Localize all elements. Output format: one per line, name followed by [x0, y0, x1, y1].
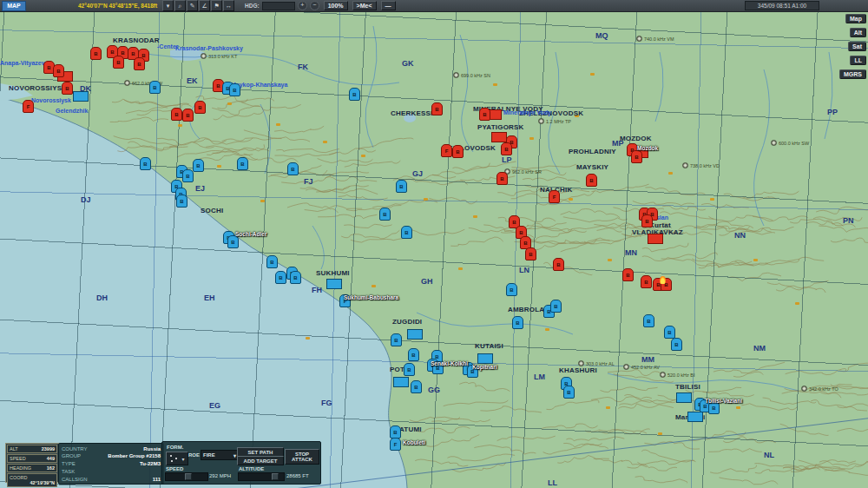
zoom-level-box[interactable]: 100%: [324, 1, 348, 10]
map-mode-button-sat[interactable]: Sat: [848, 42, 866, 51]
red-unit-marker[interactable]: B: [479, 108, 490, 121]
zoom-tool-icon[interactable]: ⌕: [174, 0, 186, 11]
altitude-slider[interactable]: [238, 472, 285, 481]
red-airbase-marker[interactable]: [648, 234, 663, 244]
blue-unit-marker[interactable]: B: [237, 157, 248, 170]
blue-airbase-marker[interactable]: [477, 353, 493, 364]
red-unit-marker[interactable]: F: [441, 144, 452, 157]
blue-unit-marker[interactable]: B: [401, 226, 412, 239]
red-airbase-marker[interactable]: [491, 132, 507, 142]
blue-unit-marker[interactable]: B: [176, 195, 187, 208]
blue-unit-marker[interactable]: B: [390, 425, 401, 439]
blue-airbase-marker[interactable]: [676, 392, 692, 403]
grid-label: NM: [753, 344, 766, 353]
map-markers-layer[interactable]: DKEKFKGKMQPPDJEJFJGJLPMPDHEHFHGHLNMNNNPN…: [0, 0, 868, 488]
red-unit-marker[interactable]: B: [586, 174, 597, 187]
blue-unit-marker[interactable]: B: [275, 271, 286, 284]
pan-tool-icon[interactable]: ↔: [223, 0, 234, 11]
blue-unit-marker[interactable]: B: [506, 283, 517, 296]
formation-dropdown[interactable]: ▾: [166, 452, 188, 465]
blue-unit-marker[interactable]: B: [563, 386, 575, 399]
status-row-coord: COORD42°19'39"N: [7, 473, 57, 487]
blue-unit-marker[interactable]: B: [227, 235, 239, 248]
flag-tool-icon[interactable]: ⚑: [211, 0, 222, 11]
red-unit-marker[interactable]: B: [171, 108, 182, 121]
red-unit-marker[interactable]: B: [641, 275, 652, 288]
red-unit-marker[interactable]: B: [496, 172, 508, 185]
stop-attack-button[interactable]: STOP ATTACK: [285, 449, 319, 465]
unit-tag-label: Sukhumi-Babushara: [344, 294, 398, 300]
detail-row-value: Tu-22M3: [140, 461, 161, 466]
blue-unit-marker[interactable]: B: [349, 88, 360, 101]
zoom-in-button[interactable]: +: [298, 1, 307, 10]
center-on-me-button[interactable]: >Me<: [352, 1, 377, 10]
red-unit-marker[interactable]: B: [182, 109, 194, 122]
heading-field[interactable]: [262, 2, 295, 10]
blue-airbase-marker[interactable]: [687, 412, 703, 422]
blue-airbase-marker[interactable]: [73, 91, 89, 102]
dropdown-icon[interactable]: ▾: [162, 0, 174, 11]
blue-unit-marker[interactable]: B: [379, 208, 391, 221]
blue-unit-marker[interactable]: B: [149, 81, 161, 94]
red-unit-marker[interactable]: B: [431, 102, 443, 115]
map-mode-button-mgrs[interactable]: MGRS: [839, 69, 866, 79]
speed-slider-handle[interactable]: [185, 473, 192, 480]
red-unit-marker[interactable]: B: [113, 56, 124, 69]
red-unit-marker[interactable]: B: [622, 268, 634, 281]
red-unit-marker[interactable]: B: [90, 47, 102, 60]
detail-row-callsign: CALLSIGN111: [62, 476, 161, 482]
blue-unit-marker[interactable]: B: [411, 380, 422, 393]
status-row-heading: HEADING162: [7, 464, 57, 472]
blue-unit-marker[interactable]: B: [664, 326, 675, 339]
speed-slider[interactable]: [165, 472, 208, 481]
blue-airbase-marker[interactable]: [407, 329, 423, 340]
red-unit-marker[interactable]: B: [62, 82, 73, 95]
beacon-label: 452.0 kHz AV: [623, 364, 660, 370]
blue-unit-marker[interactable]: B: [287, 162, 299, 175]
blue-unit-marker[interactable]: B: [229, 83, 240, 96]
heading-label: HDG:: [245, 3, 260, 9]
red-unit-marker[interactable]: B: [452, 145, 464, 158]
collapse-button[interactable]: —: [381, 1, 396, 10]
blue-airbase-marker[interactable]: [326, 279, 342, 289]
altitude-value: 28685 FT: [286, 473, 309, 478]
red-unit-marker[interactable]: F: [23, 100, 34, 113]
roe-dropdown[interactable]: FIRE▾: [201, 450, 239, 460]
map-mode-badge[interactable]: MAP: [2, 1, 26, 11]
altitude-slider-handle[interactable]: [272, 473, 279, 480]
red-unit-marker[interactable]: B: [501, 142, 512, 155]
blue-unit-marker[interactable]: B: [408, 348, 419, 361]
grid-label: FH: [312, 286, 322, 294]
status-row-value: 449: [47, 456, 55, 461]
town-dot: [753, 259, 758, 261]
blue-unit-marker[interactable]: B: [193, 159, 204, 172]
blue-unit-marker[interactable]: B: [182, 169, 194, 182]
red-unit-marker[interactable]: B: [631, 150, 642, 163]
measure-tool-icon[interactable]: ∠: [199, 0, 210, 11]
add-target-button[interactable]: ADD TARGET: [237, 456, 284, 465]
blue-unit-marker[interactable]: F: [390, 438, 401, 451]
red-unit-marker[interactable]: B: [525, 247, 536, 260]
blue-unit-marker[interactable]: B: [671, 338, 682, 351]
red-unit-marker[interactable]: B: [134, 57, 145, 70]
blue-unit-marker[interactable]: B: [643, 314, 654, 327]
blue-unit-marker[interactable]: B: [140, 157, 151, 170]
red-unit-marker[interactable]: B: [53, 64, 64, 77]
map-mode-button-map[interactable]: Map: [845, 14, 866, 23]
blue-unit-marker[interactable]: B: [290, 271, 301, 284]
blue-unit-marker[interactable]: B: [396, 180, 407, 193]
red-unit-marker[interactable]: F: [549, 190, 560, 203]
blue-unit-marker[interactable]: B: [512, 316, 523, 329]
zoom-out-button[interactable]: −: [310, 1, 319, 10]
map-mode-button-alt[interactable]: Alt: [850, 28, 866, 37]
blue-airbase-marker[interactable]: [393, 377, 409, 387]
red-unit-marker[interactable]: B: [194, 101, 206, 114]
blue-unit-marker[interactable]: B: [266, 255, 278, 268]
red-unit-marker[interactable]: B: [641, 214, 653, 228]
red-unit-marker[interactable]: B: [553, 258, 564, 271]
draw-tool-icon[interactable]: ✎: [187, 0, 198, 11]
blue-unit-marker[interactable]: B: [391, 333, 402, 346]
map-mode-button-ll[interactable]: LL: [850, 56, 866, 65]
blue-unit-marker[interactable]: B: [404, 363, 415, 376]
blue-unit-marker[interactable]: B: [550, 300, 562, 313]
